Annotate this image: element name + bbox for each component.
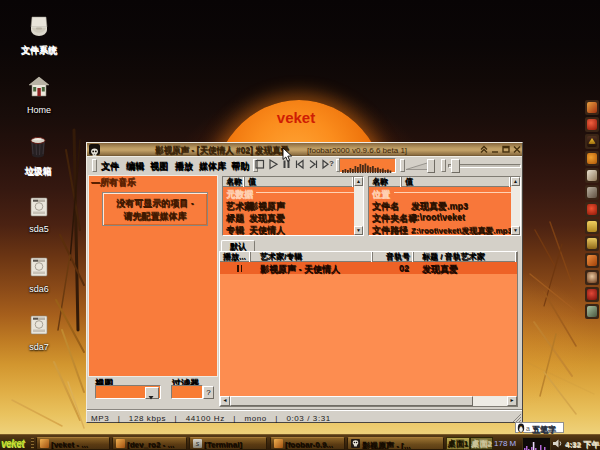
svg-text:?: ? [329,159,334,168]
